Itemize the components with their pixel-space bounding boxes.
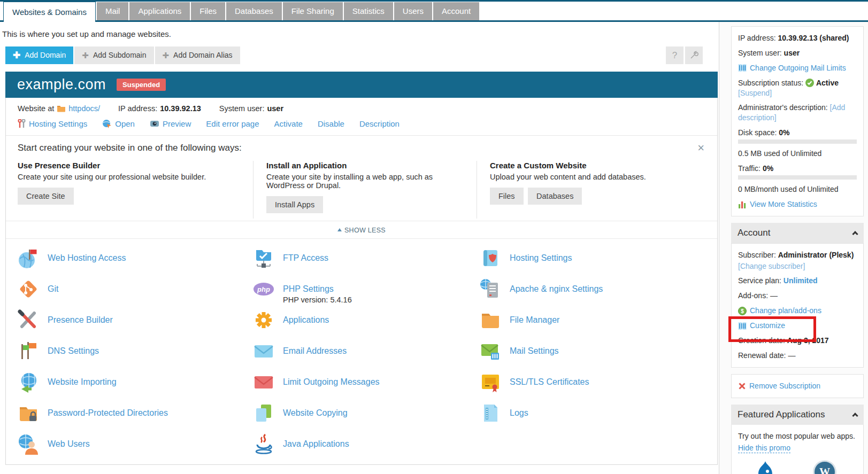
show-less-toggle[interactable]: SHOW LESS bbox=[6, 221, 717, 238]
tool-git[interactable]: Git bbox=[18, 278, 253, 309]
git-icon bbox=[18, 278, 39, 300]
pencil-hammer-icon bbox=[18, 309, 39, 331]
add-domain-alias-button[interactable]: ✚ Add Domain Alias bbox=[155, 46, 240, 64]
tool-website-importing[interactable]: Website Importing bbox=[18, 371, 253, 402]
files-button[interactable]: Files bbox=[490, 188, 524, 205]
tool-web-users[interactable]: Web Users bbox=[18, 433, 253, 464]
change-outgoing-mail-limits-link[interactable]: Change Outgoing Mail Limits bbox=[750, 63, 846, 73]
tab-file-sharing[interactable]: File Sharing bbox=[283, 2, 343, 20]
tool-presence-builder[interactable]: Presence Builder bbox=[18, 309, 253, 340]
gear-icon bbox=[253, 309, 274, 331]
tool-ssl-tls-certificates[interactable]: SSL/TLS Certificates bbox=[480, 371, 705, 402]
tool-limit-outgoing-messages[interactable]: Limit Outgoing Messages bbox=[253, 371, 480, 402]
open-globe-icon bbox=[102, 119, 112, 128]
tab-databases[interactable]: Databases bbox=[226, 2, 282, 20]
caret-up-icon bbox=[337, 226, 342, 231]
tab-account[interactable]: Account bbox=[433, 2, 479, 20]
customize-sliders-icon bbox=[738, 322, 747, 330]
featured-text: Try out the most popular web apps. bbox=[738, 431, 857, 441]
disable-link[interactable]: Disable bbox=[318, 119, 344, 128]
view-more-statistics-link[interactable]: View More Statistics bbox=[750, 199, 817, 209]
change-subscriber-link[interactable]: [Change subscriber] bbox=[738, 262, 805, 270]
create-site-button[interactable]: Create Site bbox=[18, 188, 74, 205]
change-plan-addons-link[interactable]: Change plan/add-ons bbox=[750, 306, 821, 316]
account-section-header[interactable]: Account bbox=[731, 223, 864, 243]
tab-files[interactable]: Files bbox=[191, 2, 225, 20]
main-navigation: Websites & Domains Mail Applications Fil… bbox=[0, 2, 868, 22]
envelope-blue-icon bbox=[253, 340, 274, 362]
traffic-used: 0 MB/month used of Unlimited bbox=[738, 184, 857, 195]
account-card: Subscriber: Administrator (Plesk) [Chang… bbox=[731, 243, 864, 368]
remove-x-icon bbox=[738, 382, 746, 390]
tool-mail-settings[interactable]: Mail Settings bbox=[480, 340, 705, 371]
subscriber-value: Administrator (Plesk) bbox=[778, 251, 854, 259]
tool-hosting-settings[interactable]: Hosting Settings bbox=[480, 247, 705, 278]
service-plan-link[interactable]: Unlimited bbox=[783, 276, 818, 285]
creation-date: Aug 3, 2017 bbox=[787, 336, 829, 345]
open-site-link[interactable]: Open bbox=[102, 119, 135, 128]
databases-button[interactable]: Databases bbox=[528, 188, 582, 205]
suspend-link[interactable]: [Suspend] bbox=[738, 89, 772, 97]
scroll-shield-icon bbox=[480, 247, 501, 269]
featured-applications-header[interactable]: Featured Applications bbox=[731, 405, 864, 425]
globe-import-icon bbox=[18, 371, 39, 393]
featured-app-drupal[interactable]: Drupal bbox=[753, 460, 778, 474]
sidebar: IP address: 10.39.92.13 (shared) System … bbox=[719, 22, 868, 474]
add-domain-button[interactable]: ✚ Add Domain bbox=[5, 46, 73, 64]
tool-java-applications[interactable]: Java Applications bbox=[253, 433, 480, 464]
tools-wrench-button[interactable] bbox=[685, 46, 703, 64]
remove-subscription-link[interactable]: Remove Subscription bbox=[749, 381, 820, 391]
edit-error-page-link[interactable]: Edit error page bbox=[206, 119, 259, 128]
tool-applications[interactable]: Applications bbox=[253, 309, 480, 340]
java-icon bbox=[253, 433, 274, 455]
help-button[interactable]: ? bbox=[666, 46, 683, 64]
tool-php-settings[interactable]: php PHP Settings PHP version: 5.4.16 bbox=[253, 278, 480, 309]
tool-apache-nginx-settings[interactable]: Apache & nginx Settings bbox=[480, 278, 705, 309]
plus-outline-icon: ✚ bbox=[82, 46, 89, 64]
disk-space-percent: 0% bbox=[779, 128, 789, 137]
hosting-settings-link[interactable]: Hosting Settings bbox=[18, 119, 87, 128]
close-icon[interactable]: × bbox=[697, 141, 704, 155]
tool-file-manager[interactable]: File Manager bbox=[480, 309, 705, 340]
sidebar-ip: 10.39.92.13 (shared) bbox=[778, 34, 849, 42]
renewal-date: — bbox=[788, 351, 795, 360]
httpdocs-link[interactable]: httpdocs/ bbox=[68, 104, 100, 113]
check-circle-icon bbox=[805, 79, 814, 87]
description-link[interactable]: Description bbox=[359, 119, 400, 128]
envelope-gear-icon bbox=[480, 340, 501, 362]
domain-toolbar: ✚ Add Domain ✚ Add Subdomain ✚ Add Domai… bbox=[5, 46, 718, 64]
tab-websites-domains[interactable]: Websites & Domains bbox=[3, 2, 96, 22]
tool-web-hosting-access[interactable]: Web Hosting Access bbox=[18, 247, 253, 278]
disk-space-progressbar bbox=[738, 139, 857, 144]
preview-link[interactable]: Preview bbox=[150, 119, 191, 128]
tool-dns-settings[interactable]: DNS Settings bbox=[18, 340, 253, 371]
traffic-progressbar bbox=[738, 175, 857, 180]
addons-value: — bbox=[770, 291, 778, 300]
add-subdomain-button[interactable]: ✚ Add Subdomain bbox=[74, 46, 153, 64]
tool-password-protected-directories[interactable]: Password-Protected Directories bbox=[18, 402, 253, 433]
hide-this-promo-link[interactable]: Hide this promo bbox=[738, 444, 790, 453]
getting-started-promo: Start creating your website in one of th… bbox=[6, 136, 717, 221]
activate-link[interactable]: Activate bbox=[274, 119, 303, 128]
subscription-status: Active bbox=[816, 79, 839, 87]
tab-users[interactable]: Users bbox=[394, 2, 432, 20]
install-apps-button[interactable]: Install Apps bbox=[266, 196, 323, 213]
tab-statistics[interactable]: Statistics bbox=[344, 2, 393, 20]
tool-logs[interactable]: Logs bbox=[480, 402, 705, 433]
preview-eye-icon bbox=[150, 120, 159, 128]
disk-space-used: 0.5 MB used of Unlimited bbox=[738, 149, 857, 159]
main-content: This is where you set up and manage webs… bbox=[0, 22, 719, 474]
remove-subscription-card: Remove Subscription bbox=[731, 374, 864, 398]
tool-ftp-access[interactable]: FTP Access bbox=[253, 247, 480, 278]
featured-app-wordpress[interactable]: W WordPress bbox=[808, 460, 842, 474]
customize-link[interactable]: Customize bbox=[750, 321, 785, 331]
tab-mail[interactable]: Mail bbox=[97, 2, 129, 20]
tool-website-copying[interactable]: Website Copying bbox=[253, 402, 480, 433]
folder-icon bbox=[57, 105, 66, 112]
tool-email-addresses[interactable]: Email Addresses bbox=[253, 340, 480, 371]
globe-user-icon bbox=[18, 433, 39, 455]
tab-applications[interactable]: Applications bbox=[129, 2, 190, 20]
plus-icon: ✚ bbox=[13, 46, 20, 64]
suspended-badge: Suspended bbox=[117, 79, 166, 91]
php-icon: php bbox=[253, 278, 274, 300]
